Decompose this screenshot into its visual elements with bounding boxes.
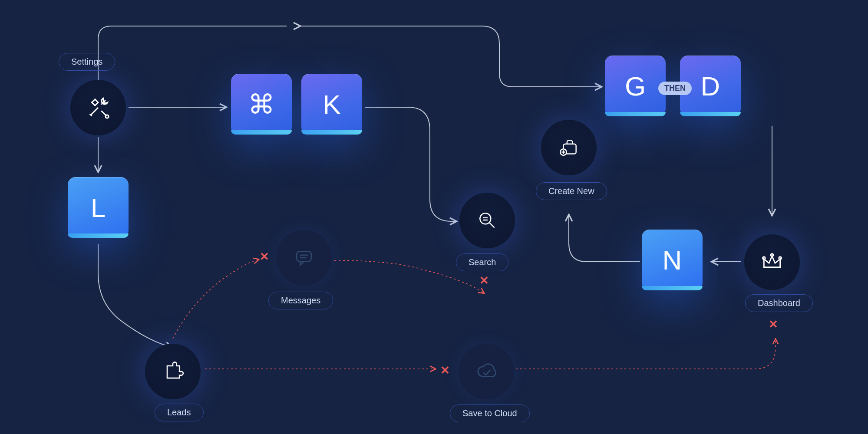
leads-node[interactable] [145,344,201,399]
svg-point-12 [762,257,765,260]
svg-line-5 [489,223,494,227]
svg-point-14 [779,257,782,260]
search-label: Search [456,253,508,271]
svg-point-0 [106,115,109,118]
search-node[interactable] [459,193,515,248]
k-key-glyph: K [323,89,340,120]
n-key-glyph: N [663,245,682,276]
settings-label: Settings [59,53,115,71]
settings-node[interactable] [70,80,126,135]
save-to-cloud-label: Save to Cloud [450,404,530,422]
puzzle-icon [162,360,184,383]
search-icon [476,210,498,231]
n-key[interactable]: N [642,230,703,290]
cloud-check-icon [475,360,498,383]
tools-icon [86,95,111,120]
l-key[interactable]: L [68,177,129,238]
chat-icon [293,247,315,269]
leads-label: Leads [155,404,204,421]
dashboard-label: Dashboard [745,294,813,312]
cmd-key-glyph: ⌘ [248,89,275,120]
messages-label: Messages [268,292,333,309]
then-badge: THEN [658,82,692,95]
fail-x-1: ✕ [260,250,269,263]
cmd-key[interactable]: ⌘ [231,74,292,135]
shortcut-diagram: Settings ⌘ K L G D THEN [0,0,868,434]
d-key-glyph: D [701,71,720,102]
svg-point-4 [480,213,491,224]
create-new-label: Create New [536,182,607,200]
g-key[interactable]: G [605,56,666,116]
g-key-glyph: G [625,71,646,102]
k-key[interactable]: K [301,74,362,135]
messages-node[interactable] [276,230,332,286]
l-key-glyph: L [91,192,106,223]
svg-rect-1 [297,251,311,261]
save-to-cloud-node[interactable] [459,344,514,399]
dashboard-node[interactable] [744,234,800,290]
briefcase-plus-icon [558,137,580,158]
create-new-node[interactable] [541,120,597,175]
crown-icon [760,250,784,274]
